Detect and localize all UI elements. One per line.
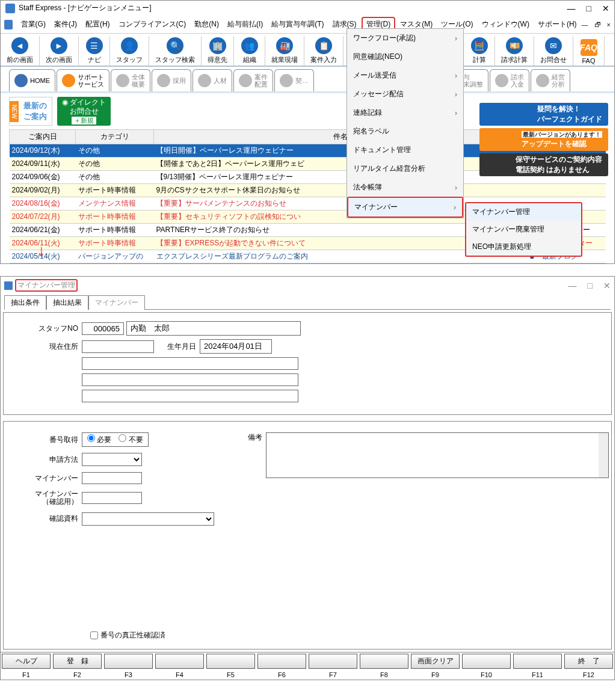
tab2-mynumber[interactable]: マイナンバー bbox=[88, 295, 145, 310]
menu-support[interactable]: サポート(H) bbox=[534, 18, 581, 31]
fkey-label: F3 bbox=[103, 670, 154, 680]
banner-direct[interactable]: ◉ ダイレクト お問合せ ＋新規 bbox=[57, 97, 111, 126]
news-row[interactable]: 2024/09/02(月)サポート時事情報9月のCSサクセスサポート休業日のお知… bbox=[10, 184, 606, 197]
dd-atena[interactable]: 宛名ラベル bbox=[347, 122, 463, 141]
win2-minimize[interactable]: — bbox=[568, 281, 577, 290]
fkey-label: F6 bbox=[256, 670, 307, 680]
tb-prev[interactable]: ◄前の画面 bbox=[1, 36, 40, 66]
dd-workflow[interactable]: ワークフロー(承認) bbox=[347, 29, 463, 48]
val-birth: 2024年04月01日 bbox=[200, 339, 272, 354]
menu-anken[interactable]: 案件(J) bbox=[51, 18, 81, 31]
banner-update[interactable]: 最新バージョンがあります！アップデートを確認 bbox=[479, 128, 608, 151]
sm-mn-haiki[interactable]: マイナンバー廃棄管理 bbox=[466, 221, 581, 238]
dd-mail[interactable]: メール送受信 bbox=[347, 66, 463, 85]
dd-doui[interactable]: 同意確認(NEO) bbox=[347, 48, 463, 66]
tab-home[interactable]: HOME bbox=[9, 69, 55, 91]
lbl-birth: 生年月日 bbox=[154, 342, 196, 352]
sm-mn-neo[interactable]: NEO申請更新処理 bbox=[466, 238, 581, 256]
minimize-button[interactable]: — bbox=[567, 4, 576, 13]
mdi-close[interactable]: × bbox=[607, 21, 611, 28]
dd-document[interactable]: ドキュメント管理 bbox=[347, 141, 463, 159]
radio-bangoshutoku: 必要 不要 bbox=[82, 432, 149, 447]
dd-horei[interactable]: 法令帳簿 bbox=[347, 178, 463, 197]
fn-btn-4 bbox=[155, 654, 204, 669]
close-button[interactable]: ✕ bbox=[602, 4, 609, 13]
fkey-label: F10 bbox=[461, 670, 512, 680]
fn-btn-12[interactable]: 終 了 bbox=[564, 654, 613, 669]
dd-realtime[interactable]: リアルタイム経営分析 bbox=[347, 159, 463, 178]
val-ext2 bbox=[82, 373, 298, 386]
win2-title: マイナンバー管理 bbox=[15, 279, 78, 292]
tb-otoiawase[interactable]: ✉お問合せ bbox=[534, 36, 573, 66]
radio-hitsuyo[interactable]: 必要 bbox=[87, 434, 111, 445]
tb-navi[interactable]: ☰ナビ bbox=[79, 36, 110, 66]
banner-guide[interactable]: 疑問を解決！パーフェクトガイド bbox=[479, 103, 608, 126]
fkey-label: F8 bbox=[359, 670, 410, 680]
txt-biko[interactable] bbox=[266, 432, 609, 478]
fn-btn-9[interactable]: 画面クリア bbox=[411, 654, 460, 669]
tb-staff-search[interactable]: 🔍スタッフ検索 bbox=[149, 36, 202, 66]
lbl-staffno: スタッフNO bbox=[18, 324, 78, 334]
tb-tokuisaki[interactable]: 🏢得意先 bbox=[202, 36, 234, 66]
tab-seikyu[interactable]: 請求入金 bbox=[490, 69, 529, 91]
fn-btn-11 bbox=[513, 654, 562, 669]
tab-anken[interactable]: 案件配置 bbox=[233, 69, 273, 91]
dd-message[interactable]: メッセージ配信 bbox=[347, 85, 463, 103]
fn-btn-2[interactable]: 登 録 bbox=[53, 654, 102, 669]
fn-btn-1[interactable]: ヘルプ bbox=[2, 654, 51, 669]
tab2-chushutsu-joken[interactable]: 抽出条件 bbox=[4, 295, 46, 310]
tab2-chushutsu-kekka[interactable]: 抽出結果 bbox=[46, 295, 88, 310]
input-mynumber2[interactable] bbox=[82, 492, 142, 504]
sm-mn-kanri[interactable]: マイナンバー管理 bbox=[466, 203, 581, 221]
banner-news[interactable]: NEW 最新の ご案内 bbox=[9, 97, 52, 126]
scrollbar[interactable] bbox=[599, 433, 608, 478]
val-staffno: 000065 bbox=[82, 322, 124, 335]
dd-mynumber[interactable]: マイナンバー bbox=[347, 197, 463, 218]
win2-maximize[interactable]: □ bbox=[588, 281, 593, 290]
dd-renraku[interactable]: 連絡記録 bbox=[347, 103, 463, 122]
tb-soshiki[interactable]: 👥組織 bbox=[234, 36, 265, 66]
tb-keisan[interactable]: 🧮計算 bbox=[464, 36, 495, 66]
banner-hoshu[interactable]: 保守サービスのご契約内容電話契約 はありません bbox=[479, 153, 608, 176]
win2-close[interactable]: ✕ bbox=[603, 281, 611, 290]
sel-kakunin[interactable] bbox=[82, 512, 214, 526]
fkey-label: F1 bbox=[1, 670, 52, 680]
maximize-button[interactable]: □ bbox=[587, 4, 591, 13]
mdi-restore[interactable]: 🗗 bbox=[594, 21, 601, 28]
tb-staff[interactable]: 👤スタッフ bbox=[110, 36, 149, 66]
chk-shinsei[interactable] bbox=[90, 631, 98, 639]
tb-next[interactable]: ►次の画面 bbox=[40, 36, 79, 66]
mdi-minimize[interactable]: — bbox=[582, 21, 588, 28]
menu-eigyo[interactable]: 営業(G) bbox=[17, 18, 49, 31]
title-bar: Staff Express - [ナビゲーションメニュー] — □ ✕ bbox=[1, 1, 614, 16]
menu-haichi[interactable]: 配置(H) bbox=[82, 18, 114, 31]
fkey-label: F5 bbox=[205, 670, 256, 680]
tb-faq[interactable]: FAQFAQ bbox=[573, 36, 605, 66]
fkey-label: F2 bbox=[52, 670, 103, 680]
tab-kei[interactable]: 契… bbox=[274, 69, 314, 91]
main-tabs: HOME サポートサービス 全体概要 採用 人材 案件配置 契… 給与年末調整 … bbox=[1, 69, 614, 91]
fn-btn-10 bbox=[462, 654, 511, 669]
sel-shinsei[interactable] bbox=[82, 453, 142, 466]
tab-keiei[interactable]: 経営分析 bbox=[531, 69, 570, 91]
input-mynumber[interactable] bbox=[82, 472, 142, 484]
kanri-dropdown: ワークフロー(承認) 同意確認(NEO) メール送受信 メッセージ配信 連絡記録… bbox=[346, 28, 464, 218]
menu-compliance[interactable]: コンプライアンス(C) bbox=[115, 18, 190, 31]
tab-jinzai[interactable]: 人材 bbox=[192, 69, 232, 91]
tab-zentai[interactable]: 全体概要 bbox=[111, 69, 150, 91]
lbl-chk-shinsei: 番号の真正性確認済 bbox=[100, 630, 165, 640]
val-staffname: 内勤 太郎 bbox=[126, 321, 301, 336]
menu-kyuyo-shoyo[interactable]: 給与賞与年調(T) bbox=[268, 18, 327, 31]
tb-shugyo[interactable]: 🏭就業現場 bbox=[265, 36, 304, 66]
tab-support[interactable]: サポートサービス bbox=[57, 69, 109, 91]
fkey-label: F12 bbox=[563, 670, 614, 680]
tb-anken-in[interactable]: 📋案件入力 bbox=[304, 36, 343, 66]
menu-bar: 営業(G) 案件(J) 配置(H) コンプライアンス(C) 勤怠(N) 給与前払… bbox=[1, 16, 614, 34]
menu-kyuyo-mae[interactable]: 給与前払(I) bbox=[224, 18, 266, 31]
tb-seikyu-keisan[interactable]: 💴請求計算 bbox=[495, 36, 534, 66]
menu-window[interactable]: ウィンドウ(W) bbox=[478, 18, 533, 31]
th-date: ご案内日 bbox=[10, 130, 76, 144]
tab-saiyo[interactable]: 採用 bbox=[152, 69, 191, 91]
menu-kintai[interactable]: 勤怠(N) bbox=[191, 18, 223, 31]
radio-fuyou[interactable]: 不要 bbox=[119, 434, 143, 445]
